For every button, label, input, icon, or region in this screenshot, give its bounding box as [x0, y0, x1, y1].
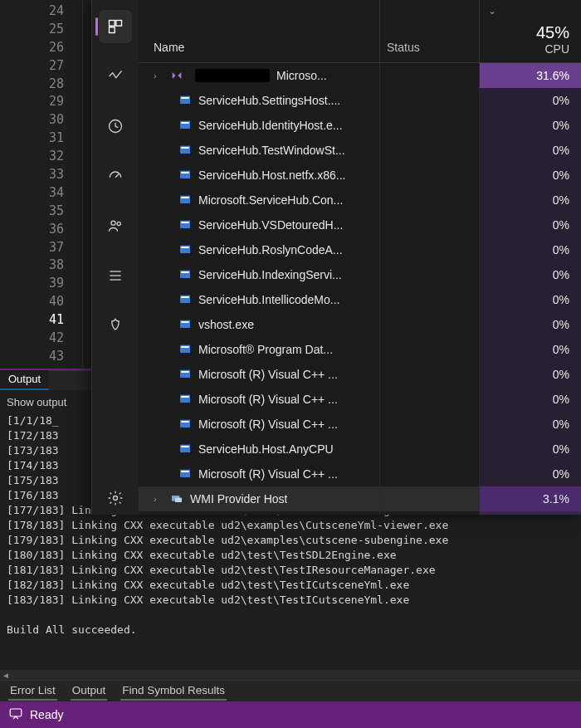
process-cpu-cell: 0% [479, 412, 581, 437]
win-icon [178, 442, 192, 456]
process-name-text: ServiceHub.TestWindowSt... [198, 144, 345, 157]
table-row[interactable]: ServiceHub.TestWindowSt...0% [139, 138, 581, 163]
svg-rect-42 [181, 471, 188, 472]
svg-rect-26 [181, 271, 188, 273]
sidebar-history-icon[interactable] [99, 110, 132, 143]
sidebar-settings-icon[interactable] [99, 481, 132, 515]
process-status-cell [379, 387, 479, 412]
table-row[interactable]: ›WMI Provider Host3.1% [139, 486, 581, 511]
process-name-text: ServiceHub.IntellicodeMo... [198, 293, 339, 306]
process-name-cell: vshost.exe [139, 318, 379, 331]
process-cpu-cell: 0% [479, 387, 581, 412]
win-icon [178, 467, 192, 481]
sidebar-processes-icon[interactable] [99, 10, 132, 43]
process-name-text: Microsoft (R) Visual C++ ... [198, 467, 338, 481]
table-row[interactable]: Microsoft (R) Visual C++ ...0% [139, 362, 581, 387]
process-cpu-cell: 0% [479, 262, 581, 287]
line-number: 25 [0, 20, 64, 38]
table-row[interactable]: ServiceHub.RoslynCodeA...0% [139, 237, 581, 262]
process-status-cell [379, 163, 479, 188]
process-cpu-cell: 0% [479, 362, 581, 387]
win-icon [178, 318, 192, 331]
sidebar-users-icon[interactable] [99, 209, 132, 242]
process-cpu-cell: 0% [479, 113, 581, 138]
table-row[interactable]: Microsoft® Program Dat...0% [139, 337, 581, 362]
task-manager-main: Name Status ⌄ 45% CPU ›Microso...31.6%Se… [139, 0, 581, 515]
table-row[interactable]: Microsoft (R) Visual C++ ...0% [139, 412, 581, 437]
process-cpu-cell: 0% [479, 88, 581, 113]
process-status-cell [379, 88, 479, 113]
table-row[interactable]: ServiceHub.VSDetouredH...0% [139, 213, 581, 237]
sidebar-performance-icon[interactable] [99, 60, 132, 93]
scroll-left-arrow-icon[interactable]: ◄ [2, 671, 10, 679]
redacted-name [195, 69, 270, 82]
win-icon [178, 144, 192, 157]
svg-rect-14 [181, 122, 188, 124]
process-cpu-cell: 0% [479, 163, 581, 188]
table-row[interactable]: vshost.exe0% [139, 312, 581, 337]
bottom-tab[interactable]: Find Symbol Results [120, 682, 227, 701]
win-icon [178, 119, 192, 132]
vs-icon [170, 69, 183, 82]
table-row[interactable]: Microsoft (R) Visual C++ ...0% [139, 462, 581, 486]
sidebar-startup-icon[interactable] [99, 159, 132, 193]
output-tab[interactable]: Output [0, 369, 49, 390]
svg-rect-40 [181, 446, 188, 447]
task-manager-rows: ›Microso...31.6%ServiceHub.SettingsHost.… [139, 63, 581, 515]
sidebar-services-icon[interactable] [99, 309, 132, 342]
line-number: 24 [0, 2, 64, 20]
process-status-cell [379, 188, 479, 213]
bottom-tab[interactable]: Output [71, 682, 108, 701]
process-status-cell [379, 462, 479, 486]
win-icon [178, 193, 192, 207]
table-row[interactable]: ServiceHub.IndexingServi...0% [139, 262, 581, 287]
svg-rect-28 [181, 296, 188, 298]
table-row[interactable]: ServiceHub.IntellicodeMo...0% [139, 287, 581, 312]
process-cpu-cell: 0% [479, 462, 581, 486]
process-name-text: ServiceHub.VSDetouredH... [198, 218, 343, 232]
line-number: 30 [0, 110, 64, 129]
svg-point-5 [111, 221, 115, 225]
svg-rect-1 [116, 21, 122, 27]
table-row[interactable]: ›System1.5% [139, 511, 581, 515]
table-row[interactable]: ›Microso...31.6% [139, 63, 581, 88]
bottom-tab[interactable]: Error List [8, 682, 57, 701]
line-number-gutter: 2425262728293031323334353637383940414243 [0, 0, 83, 370]
line-number: 40 [0, 292, 64, 310]
table-row[interactable]: Microsoft (R) Visual C++ ...0% [139, 387, 581, 412]
table-row[interactable]: Microsoft.ServiceHub.Con...0% [139, 188, 581, 213]
feedback-icon[interactable] [8, 706, 23, 724]
line-number: 28 [0, 75, 64, 93]
process-name-text: ServiceHub.SettingsHost.... [198, 94, 340, 107]
table-row[interactable]: ServiceHub.Host.AnyCPU0% [139, 437, 581, 462]
table-row[interactable]: ServiceHub.Host.netfx.x86...0% [139, 163, 581, 188]
process-name-text: Microsoft (R) Visual C++ ... [198, 393, 338, 406]
chevron-right-icon[interactable]: › [154, 71, 164, 81]
output-scrollbar[interactable]: ◄ [0, 670, 581, 680]
svg-rect-44 [175, 498, 182, 502]
process-status-cell [379, 237, 479, 262]
process-name-text: ServiceHub.Host.AnyCPU [198, 442, 334, 456]
chevron-right-icon[interactable]: › [154, 494, 164, 504]
process-status-cell [379, 362, 479, 387]
win-icon [178, 368, 192, 381]
process-status-cell [379, 138, 479, 163]
cpu-total-percent: 45% [536, 23, 569, 42]
process-name-text: Microso... [276, 69, 327, 82]
column-header-cpu[interactable]: ⌄ 45% CPU [479, 0, 581, 62]
table-row[interactable]: ServiceHub.SettingsHost....0% [139, 88, 581, 113]
column-header-status[interactable]: Status [379, 0, 479, 62]
process-cpu-cell: 3.1% [479, 486, 581, 511]
svg-point-6 [117, 222, 120, 225]
wmi-icon [170, 492, 183, 506]
line-number: 34 [0, 183, 64, 202]
process-status-cell [379, 312, 479, 337]
process-name-text: ServiceHub.IndexingServi... [198, 268, 342, 281]
show-output-label: Show output [7, 396, 66, 408]
svg-rect-12 [181, 97, 188, 99]
sidebar-details-icon[interactable] [99, 259, 132, 292]
table-row[interactable]: ServiceHub.IdentityHost.e...0% [139, 113, 581, 138]
process-name-cell: Microsoft® Program Dat... [139, 343, 379, 356]
svg-rect-36 [181, 396, 188, 398]
column-header-name[interactable]: Name [139, 0, 379, 62]
